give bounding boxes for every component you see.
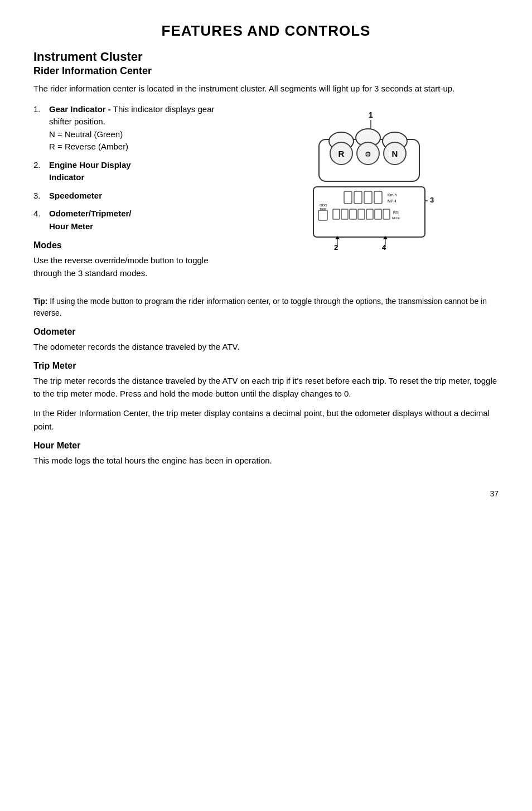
svg-text:N: N bbox=[392, 149, 398, 158]
list-item-1: 1. Gear Indicator - This indicator displ… bbox=[33, 103, 223, 153]
hour-text: This mode logs the total hours the engin… bbox=[33, 454, 499, 467]
tip-box: Tip: If using the mode button to program… bbox=[33, 296, 499, 319]
trip-text-1: The trip meter records the distance trav… bbox=[33, 374, 499, 400]
svg-text:Km: Km bbox=[393, 210, 399, 214]
tip-text: If using the mode button to program the … bbox=[33, 297, 487, 317]
list-bold-3: Speedometer bbox=[49, 191, 102, 200]
svg-text:Km/h: Km/h bbox=[388, 193, 396, 197]
page-title: FEATURES AND CONTROLS bbox=[33, 22, 499, 40]
page-number: 37 bbox=[33, 489, 499, 498]
cluster-diagram: 1 R ⚙ N 3 bbox=[288, 109, 444, 259]
svg-rect-31 bbox=[383, 209, 390, 219]
svg-rect-17 bbox=[354, 191, 362, 204]
trip-text-2: In the Rider Information Center, the tri… bbox=[33, 407, 499, 433]
modes-heading: Modes bbox=[33, 240, 223, 250]
right-column: 1 R ⚙ N 3 bbox=[234, 103, 499, 287]
trip-heading: Trip Meter bbox=[33, 361, 499, 371]
feature-list: 1. Gear Indicator - This indicator displ… bbox=[33, 103, 223, 233]
list-text-4: Odometer/Tripmeter/Hour Meter bbox=[49, 207, 223, 233]
list-text-1: Gear Indicator - This indicator displays… bbox=[49, 103, 223, 153]
svg-rect-29 bbox=[366, 209, 373, 219]
svg-rect-18 bbox=[364, 191, 372, 204]
list-bold-2: Engine Hour DisplayIndicator bbox=[49, 160, 131, 182]
page-header: FEATURES AND CONTROLS bbox=[33, 22, 499, 40]
list-text-2: Engine Hour DisplayIndicator bbox=[49, 159, 223, 184]
svg-text:4: 4 bbox=[382, 243, 386, 252]
svg-rect-28 bbox=[358, 209, 365, 219]
svg-text:1: 1 bbox=[369, 110, 373, 119]
svg-rect-13 bbox=[313, 187, 425, 237]
list-bold-1: Gear Indicator - bbox=[49, 104, 111, 114]
svg-rect-16 bbox=[344, 191, 352, 204]
svg-text:ODO: ODO bbox=[320, 204, 327, 207]
svg-text:TRIP: TRIP bbox=[320, 207, 327, 211]
svg-rect-27 bbox=[350, 209, 356, 219]
svg-text:R: R bbox=[338, 149, 345, 158]
svg-text:3: 3 bbox=[430, 196, 434, 204]
svg-rect-25 bbox=[333, 209, 340, 219]
tip-label: Tip: bbox=[33, 297, 47, 306]
list-bold-4: Odometer/Tripmeter/Hour Meter bbox=[49, 209, 132, 231]
svg-rect-22 bbox=[318, 210, 327, 220]
list-item-4: 4. Odometer/Tripmeter/Hour Meter bbox=[33, 207, 223, 233]
list-num-2: 2. bbox=[33, 159, 43, 184]
list-item-3: 3. Speedometer bbox=[33, 190, 223, 202]
list-item-2: 2. Engine Hour DisplayIndicator bbox=[33, 159, 223, 184]
svg-text:MILE: MILE bbox=[392, 216, 400, 220]
modes-text: Use the reverse override/mode button to … bbox=[33, 254, 223, 280]
svg-rect-26 bbox=[341, 209, 348, 219]
content-area: 1. Gear Indicator - This indicator displ… bbox=[33, 103, 499, 287]
odometer-section: Odometer The odometer records the distan… bbox=[33, 327, 499, 353]
svg-rect-19 bbox=[374, 191, 382, 204]
svg-text:⚙: ⚙ bbox=[365, 150, 371, 158]
list-num-4: 4. bbox=[33, 207, 43, 233]
section-title: Instrument Cluster bbox=[33, 50, 499, 64]
svg-text:MPH: MPH bbox=[388, 199, 396, 203]
hour-section: Hour Meter This mode logs the total hour… bbox=[33, 441, 499, 467]
intro-text: The rider information center is located … bbox=[33, 83, 499, 95]
list-num-3: 3. bbox=[33, 190, 43, 202]
list-num-1: 1. bbox=[33, 103, 43, 153]
subsection-title: Rider Information Center bbox=[33, 65, 499, 77]
left-column: 1. Gear Indicator - This indicator displ… bbox=[33, 103, 223, 287]
odometer-heading: Odometer bbox=[33, 327, 499, 337]
hour-heading: Hour Meter bbox=[33, 441, 499, 451]
svg-rect-30 bbox=[375, 209, 381, 219]
trip-section: Trip Meter The trip meter records the di… bbox=[33, 361, 499, 433]
odometer-text: The odometer records the distance travel… bbox=[33, 340, 499, 353]
list-text-3: Speedometer bbox=[49, 190, 223, 202]
modes-section: Modes Use the reverse override/mode butt… bbox=[33, 240, 223, 280]
